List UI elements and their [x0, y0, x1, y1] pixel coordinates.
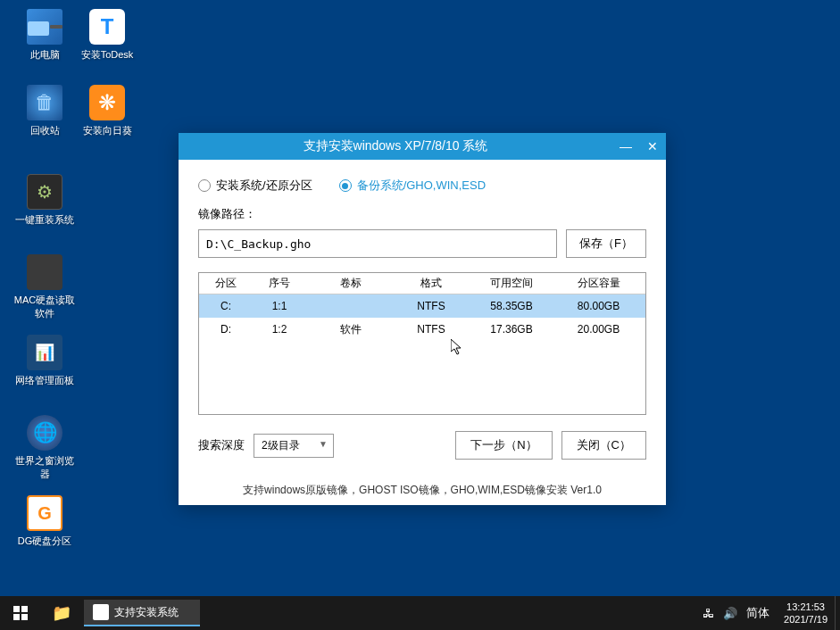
- cell-free: 58.35GB: [467, 300, 556, 312]
- recycle-bin-icon: [27, 85, 62, 120]
- close-window-button[interactable]: ✕: [639, 133, 666, 160]
- svg-rect-3: [21, 614, 28, 620]
- search-depth-label: 搜索深度: [198, 437, 245, 453]
- icon-label: MAC硬盘读取软件: [13, 294, 76, 320]
- browser-icon: [27, 415, 62, 451]
- taskbar: 📁 ⚙ 支持安装系统 🖧 🔊 简体 13:21:53 2021/7/19: [0, 596, 840, 630]
- dg-partition-icon: G: [27, 495, 62, 531]
- icon-label: 一键重装系统: [15, 213, 74, 227]
- desktop-icon-recycle-bin[interactable]: 回收站: [13, 85, 76, 137]
- cell-fmt: NTFS: [395, 300, 467, 312]
- desktop-icon-sunflower[interactable]: 安装向日葵: [76, 85, 138, 137]
- col-sequence: 序号: [253, 276, 306, 291]
- radio-icon: [198, 179, 211, 192]
- close-button[interactable]: 关闭（C）: [561, 431, 646, 460]
- cell-seq: 1:1: [253, 300, 306, 312]
- save-button[interactable]: 保存（F）: [566, 229, 646, 258]
- todesk-icon: T: [89, 9, 125, 45]
- install-dialog: 支持安装windows XP/7/8/10 系统 — ✕ 安装系统/还原分区 备…: [179, 133, 666, 505]
- svg-rect-1: [21, 606, 28, 612]
- col-free-space: 可用空间: [467, 276, 556, 291]
- minimize-button[interactable]: —: [612, 133, 639, 160]
- pc-icon: [27, 9, 62, 45]
- search-depth-select[interactable]: 2级目录: [254, 434, 334, 458]
- desktop-icon-dg-partition[interactable]: G DG硬盘分区: [13, 495, 76, 548]
- cell-cap: 20.00GB: [556, 323, 641, 336]
- table-row[interactable]: D: 1:2 软件 NTFS 17.36GB 20.00GB: [199, 318, 645, 341]
- image-path-input[interactable]: [198, 229, 557, 258]
- windows-icon: [13, 606, 28, 620]
- svg-rect-2: [13, 614, 20, 620]
- radio-label: 安装系统/还原分区: [216, 178, 312, 194]
- reinstall-icon: [27, 174, 62, 210]
- clock-time: 13:21:53: [784, 601, 828, 613]
- sunflower-icon: [89, 85, 125, 120]
- cell-seq: 1:2: [253, 323, 306, 336]
- table-header-row: 分区 序号 卷标 格式 可用空间 分区容量: [199, 273, 645, 294]
- radio-backup[interactable]: 备份系统/GHO,WIN,ESD: [339, 178, 486, 194]
- task-app-icon: ⚙: [93, 604, 109, 620]
- desktop-icon-reinstall[interactable]: 一键重装系统: [13, 174, 76, 227]
- desktop-icon-browser[interactable]: 世界之窗浏览器: [13, 415, 76, 481]
- cell-fmt: NTFS: [395, 323, 467, 336]
- mac-disk-icon: [27, 254, 62, 290]
- desktop-icon-this-pc[interactable]: 此电脑: [13, 9, 76, 62]
- ime-indicator[interactable]: 简体: [746, 605, 769, 621]
- cell-vol: 软件: [306, 322, 395, 337]
- clock-date: 2021/7/19: [784, 613, 828, 626]
- col-capacity: 分区容量: [556, 276, 641, 291]
- desktop-icon-macdisk[interactable]: MAC硬盘读取软件: [13, 254, 76, 320]
- network-tray-icon[interactable]: 🖧: [703, 607, 714, 620]
- cell-cap: 80.00GB: [556, 300, 641, 312]
- volume-tray-icon[interactable]: 🔊: [723, 607, 737, 620]
- col-volume-label: 卷标: [306, 276, 395, 291]
- start-button[interactable]: [0, 596, 41, 630]
- cell-drive: C:: [199, 300, 253, 312]
- taskbar-task-install[interactable]: ⚙ 支持安装系统: [84, 600, 200, 626]
- icon-label: 网络管理面板: [15, 374, 74, 387]
- next-button[interactable]: 下一步（N）: [455, 431, 552, 460]
- radio-install-restore[interactable]: 安装系统/还原分区: [198, 178, 312, 194]
- table-row[interactable]: C: 1:1 NTFS 58.35GB 80.00GB: [199, 294, 645, 318]
- dialog-footer: 支持windows原版镜像，GHOST ISO镜像，GHO,WIM,ESD镜像安…: [179, 479, 666, 505]
- cell-free: 17.36GB: [467, 323, 556, 336]
- icon-label: 回收站: [30, 124, 60, 137]
- folder-icon: 📁: [52, 603, 71, 623]
- col-drive: 分区: [199, 276, 253, 291]
- system-tray: 🖧 🔊 简体: [695, 605, 777, 621]
- select-value: 2级目录: [262, 439, 300, 452]
- icon-label: DG硬盘分区: [18, 535, 72, 548]
- cell-drive: D:: [199, 323, 253, 336]
- icon-label: 安装向日葵: [83, 124, 132, 137]
- window-title: 支持安装windows XP/7/8/10 系统: [179, 138, 612, 154]
- icon-label: 安装ToDesk: [81, 48, 134, 62]
- show-desktop-button[interactable]: [835, 596, 840, 630]
- titlebar[interactable]: 支持安装windows XP/7/8/10 系统 — ✕: [179, 133, 666, 160]
- network-manager-icon: [27, 335, 62, 370]
- col-format: 格式: [395, 276, 467, 291]
- desktop-icon-todesk[interactable]: T 安装ToDesk: [76, 9, 138, 62]
- radio-label: 备份系统/GHO,WIN,ESD: [357, 178, 486, 194]
- radio-icon: [339, 179, 352, 192]
- taskbar-clock[interactable]: 13:21:53 2021/7/19: [777, 601, 835, 626]
- desktop-icon-netmgr[interactable]: 网络管理面板: [13, 335, 76, 387]
- task-title: 支持安装系统: [114, 605, 179, 620]
- image-path-label: 镜像路径：: [198, 206, 646, 222]
- partition-table: 分区 序号 卷标 格式 可用空间 分区容量 C: 1:1 NTFS 58.35G…: [198, 272, 646, 415]
- icon-label: 此电脑: [30, 48, 60, 62]
- file-explorer-taskbar-icon[interactable]: 📁: [41, 596, 82, 630]
- svg-rect-0: [13, 606, 20, 612]
- icon-label: 世界之窗浏览器: [13, 454, 76, 481]
